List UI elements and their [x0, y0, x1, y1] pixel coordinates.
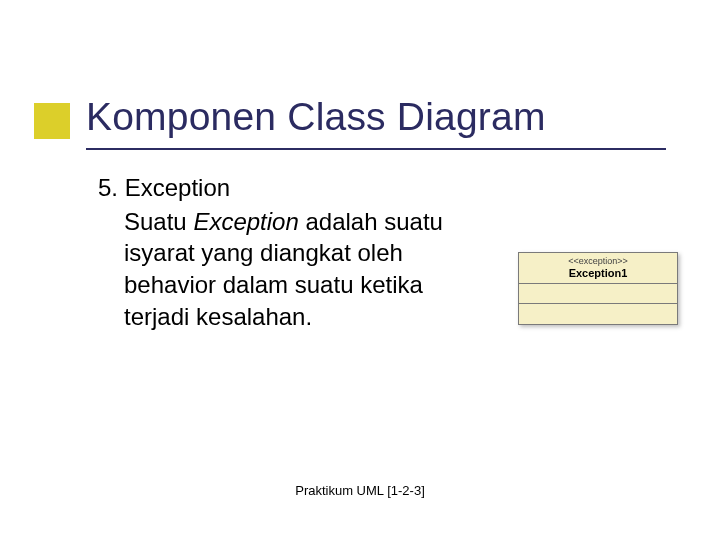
slide-footer: Praktikum UML [1-2-3]	[0, 483, 720, 498]
uml-header: <<exception>> Exception1	[519, 253, 677, 284]
section-heading: 5. Exception	[98, 172, 468, 204]
uml-attributes-section	[519, 284, 677, 304]
slide-title: Komponen Class Diagram	[86, 95, 546, 139]
accent-square	[34, 103, 70, 139]
uml-diagram: <<exception>> Exception1	[518, 252, 678, 325]
uml-class-box: <<exception>> Exception1	[518, 252, 678, 325]
uml-class-name: Exception1	[523, 267, 673, 279]
body-text: 5. Exception Suatu Exception adalah suat…	[98, 172, 468, 332]
body-pre: Suatu	[124, 208, 193, 235]
title-underline	[86, 148, 666, 150]
section-body: Suatu Exception adalah suatu isyarat yan…	[124, 206, 468, 333]
slide: Komponen Class Diagram 5. Exception Suat…	[0, 0, 720, 540]
uml-operations-section	[519, 304, 677, 324]
body-italic: Exception	[193, 208, 298, 235]
uml-stereotype: <<exception>>	[523, 256, 673, 266]
